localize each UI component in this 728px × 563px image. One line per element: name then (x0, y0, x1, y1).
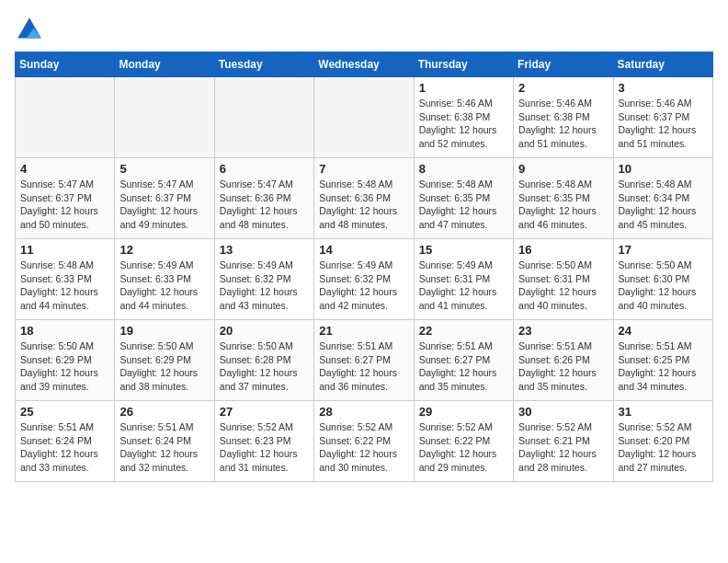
calendar-cell: 9Sunrise: 5:48 AMSunset: 6:35 PMDaylight… (514, 158, 613, 239)
day-number: 10 (619, 162, 708, 176)
logo (15, 15, 48, 44)
day-info: Sunrise: 5:51 AMSunset: 6:26 PMDaylight:… (518, 339, 608, 394)
day-info: Sunrise: 5:48 AMSunset: 6:34 PMDaylight:… (619, 178, 708, 232)
day-info: Sunrise: 5:51 AMSunset: 6:27 PMDaylight:… (419, 339, 508, 394)
calendar-week-row: 1Sunrise: 5:46 AMSunset: 6:38 PMDaylight… (16, 77, 713, 158)
day-info: Sunrise: 5:48 AMSunset: 6:35 PMDaylight:… (518, 178, 608, 232)
day-number: 20 (220, 324, 309, 338)
calendar-cell: 8Sunrise: 5:48 AMSunset: 6:35 PMDaylight… (414, 158, 513, 239)
calendar-cell: 19Sunrise: 5:50 AMSunset: 6:29 PMDayligh… (115, 320, 214, 401)
day-info: Sunrise: 5:47 AMSunset: 6:37 PMDaylight:… (119, 178, 209, 232)
day-info: Sunrise: 5:47 AMSunset: 6:36 PMDaylight:… (220, 178, 309, 232)
day-number: 1 (419, 81, 508, 95)
weekday-header: Friday (514, 52, 613, 77)
day-number: 14 (319, 243, 408, 257)
day-number: 23 (518, 324, 608, 338)
calendar-cell: 12Sunrise: 5:49 AMSunset: 6:33 PMDayligh… (115, 239, 214, 320)
calendar-week-row: 4Sunrise: 5:47 AMSunset: 6:37 PMDaylight… (16, 158, 713, 239)
day-info: Sunrise: 5:49 AMSunset: 6:33 PMDaylight:… (119, 259, 209, 313)
day-info: Sunrise: 5:48 AMSunset: 6:36 PMDaylight:… (319, 178, 408, 232)
day-number: 2 (518, 81, 608, 95)
day-info: Sunrise: 5:49 AMSunset: 6:32 PMDaylight:… (319, 259, 408, 313)
day-info: Sunrise: 5:52 AMSunset: 6:22 PMDaylight:… (319, 420, 408, 475)
calendar-cell: 1Sunrise: 5:46 AMSunset: 6:38 PMDaylight… (414, 77, 513, 158)
day-number: 31 (619, 405, 708, 419)
weekday-header: Wednesday (314, 52, 414, 77)
calendar-cell: 27Sunrise: 5:52 AMSunset: 6:23 PMDayligh… (214, 401, 313, 482)
day-info: Sunrise: 5:51 AMSunset: 6:24 PMDaylight:… (20, 420, 109, 475)
day-info: Sunrise: 5:47 AMSunset: 6:37 PMDaylight:… (20, 178, 109, 232)
calendar-cell: 11Sunrise: 5:48 AMSunset: 6:33 PMDayligh… (16, 239, 115, 320)
day-info: Sunrise: 5:48 AMSunset: 6:33 PMDaylight:… (20, 259, 109, 313)
day-number: 15 (419, 243, 508, 257)
calendar-cell: 15Sunrise: 5:49 AMSunset: 6:31 PMDayligh… (414, 239, 513, 320)
day-number: 11 (20, 243, 109, 257)
day-info: Sunrise: 5:50 AMSunset: 6:28 PMDaylight:… (220, 339, 309, 394)
day-info: Sunrise: 5:50 AMSunset: 6:31 PMDaylight:… (518, 259, 608, 313)
day-info: Sunrise: 5:46 AMSunset: 6:38 PMDaylight:… (518, 97, 608, 151)
calendar-cell: 7Sunrise: 5:48 AMSunset: 6:36 PMDaylight… (314, 158, 414, 239)
day-number: 29 (419, 405, 508, 419)
calendar-cell: 2Sunrise: 5:46 AMSunset: 6:38 PMDaylight… (514, 77, 613, 158)
calendar-cell: 20Sunrise: 5:50 AMSunset: 6:28 PMDayligh… (214, 320, 313, 401)
day-number: 5 (119, 162, 209, 176)
day-info: Sunrise: 5:52 AMSunset: 6:23 PMDaylight:… (220, 420, 309, 475)
day-number: 13 (220, 243, 309, 257)
day-number: 28 (319, 405, 408, 419)
day-info: Sunrise: 5:51 AMSunset: 6:27 PMDaylight:… (319, 339, 408, 394)
calendar-week-row: 25Sunrise: 5:51 AMSunset: 6:24 PMDayligh… (16, 401, 713, 482)
day-info: Sunrise: 5:52 AMSunset: 6:22 PMDaylight:… (419, 420, 508, 475)
calendar-cell: 3Sunrise: 5:46 AMSunset: 6:37 PMDaylight… (613, 77, 712, 158)
day-info: Sunrise: 5:50 AMSunset: 6:30 PMDaylight:… (619, 259, 708, 313)
day-info: Sunrise: 5:51 AMSunset: 6:24 PMDaylight:… (119, 420, 209, 475)
calendar-cell: 28Sunrise: 5:52 AMSunset: 6:22 PMDayligh… (314, 401, 414, 482)
calendar-cell: 6Sunrise: 5:47 AMSunset: 6:36 PMDaylight… (214, 158, 313, 239)
day-number: 8 (419, 162, 508, 176)
day-number: 22 (419, 324, 508, 338)
calendar-cell: 24Sunrise: 5:51 AMSunset: 6:25 PMDayligh… (613, 320, 712, 401)
calendar-cell: 26Sunrise: 5:51 AMSunset: 6:24 PMDayligh… (115, 401, 214, 482)
weekday-header: Saturday (613, 52, 712, 77)
weekday-header: Tuesday (214, 52, 313, 77)
calendar-cell: 14Sunrise: 5:49 AMSunset: 6:32 PMDayligh… (314, 239, 414, 320)
calendar-cell: 18Sunrise: 5:50 AMSunset: 6:29 PMDayligh… (16, 320, 115, 401)
calendar-cell (314, 77, 414, 158)
calendar-table: SundayMondayTuesdayWednesdayThursdayFrid… (15, 52, 713, 482)
calendar-cell: 22Sunrise: 5:51 AMSunset: 6:27 PMDayligh… (414, 320, 513, 401)
weekday-header: Monday (115, 52, 214, 77)
calendar-cell (115, 77, 214, 158)
day-number: 25 (20, 405, 109, 419)
calendar-cell: 17Sunrise: 5:50 AMSunset: 6:30 PMDayligh… (613, 239, 712, 320)
day-number: 21 (319, 324, 408, 338)
day-number: 18 (20, 324, 109, 338)
calendar-cell: 13Sunrise: 5:49 AMSunset: 6:32 PMDayligh… (214, 239, 313, 320)
day-info: Sunrise: 5:48 AMSunset: 6:35 PMDaylight:… (419, 178, 508, 232)
page-header (15, 15, 713, 44)
weekday-header-row: SundayMondayTuesdayWednesdayThursdayFrid… (16, 52, 713, 77)
calendar-cell: 30Sunrise: 5:52 AMSunset: 6:21 PMDayligh… (514, 401, 613, 482)
calendar-cell: 16Sunrise: 5:50 AMSunset: 6:31 PMDayligh… (514, 239, 613, 320)
day-info: Sunrise: 5:52 AMSunset: 6:21 PMDaylight:… (518, 420, 608, 475)
calendar-week-row: 18Sunrise: 5:50 AMSunset: 6:29 PMDayligh… (16, 320, 713, 401)
day-number: 17 (619, 243, 708, 257)
calendar-cell: 23Sunrise: 5:51 AMSunset: 6:26 PMDayligh… (514, 320, 613, 401)
calendar-cell (16, 77, 115, 158)
logo-icon (15, 15, 44, 44)
calendar-cell: 29Sunrise: 5:52 AMSunset: 6:22 PMDayligh… (414, 401, 513, 482)
day-number: 9 (518, 162, 608, 176)
day-info: Sunrise: 5:51 AMSunset: 6:25 PMDaylight:… (619, 339, 708, 394)
weekday-header: Thursday (414, 52, 513, 77)
day-info: Sunrise: 5:46 AMSunset: 6:38 PMDaylight:… (419, 97, 508, 151)
calendar-cell (214, 77, 313, 158)
day-info: Sunrise: 5:49 AMSunset: 6:32 PMDaylight:… (220, 259, 309, 313)
day-number: 12 (119, 243, 209, 257)
day-number: 16 (518, 243, 608, 257)
day-number: 24 (619, 324, 708, 338)
day-number: 4 (20, 162, 109, 176)
day-number: 19 (119, 324, 209, 338)
day-info: Sunrise: 5:49 AMSunset: 6:31 PMDaylight:… (419, 259, 508, 313)
day-number: 6 (220, 162, 309, 176)
day-number: 30 (518, 405, 608, 419)
day-number: 3 (619, 81, 708, 95)
calendar-cell: 5Sunrise: 5:47 AMSunset: 6:37 PMDaylight… (115, 158, 214, 239)
